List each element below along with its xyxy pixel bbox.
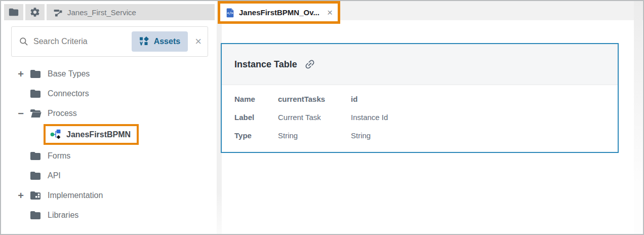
search-icon <box>19 36 29 47</box>
bpmn-process-icon <box>50 129 62 141</box>
asset-tree: + Base Types Connectors − <box>1 64 217 225</box>
search-box: Assets × <box>11 26 208 57</box>
tree-item-janesfirstbpmn[interactable]: JanesFirstBPMN <box>1 123 217 146</box>
instance-table-panel: Instance Table Name currentTasks id Labe… <box>221 43 619 153</box>
scrollbar-track[interactable] <box>634 1 642 234</box>
folder-icon <box>8 7 19 18</box>
expand-icon[interactable]: + <box>15 190 26 201</box>
folder-project-icon <box>29 189 42 202</box>
table-row: Label Current Task Instance Id <box>222 108 618 126</box>
tree-item-libraries[interactable]: Libraries <box>1 205 217 225</box>
svg-text:</>: </> <box>227 11 233 15</box>
service-flow-icon <box>53 8 63 17</box>
annotation-highlight-tree: JanesFirstBPMN <box>44 124 139 145</box>
close-tab-icon[interactable]: × <box>327 8 333 17</box>
clear-search-icon[interactable]: × <box>195 36 202 47</box>
gear-icon <box>29 7 41 18</box>
assets-icon <box>139 36 149 47</box>
settings-button[interactable] <box>25 4 45 20</box>
table-row: Type String String <box>222 126 618 144</box>
collapse-icon[interactable]: − <box>15 108 26 119</box>
search-input[interactable] <box>33 37 132 46</box>
service-tab-label: Janes_First_Service <box>67 8 136 17</box>
expand-icon[interactable]: + <box>15 69 26 79</box>
instance-table-header: Instance Table <box>222 44 618 85</box>
tree-item-api[interactable]: API <box>1 166 217 185</box>
tree-item-process[interactable]: − Process <box>1 103 217 123</box>
folder-icon <box>29 88 42 100</box>
folder-icon <box>29 68 42 80</box>
folder-button[interactable] <box>4 4 23 20</box>
folder-icon <box>29 150 42 162</box>
instance-table-title: Instance Table <box>234 59 297 70</box>
folder-icon <box>29 209 42 221</box>
instance-table-body: Name currentTasks id Label Current Task … <box>222 85 618 152</box>
editor-tab[interactable]: JanesFirstBPMN_Ov... <box>239 8 319 17</box>
editor-area: Instance Table Name currentTasks id Labe… <box>222 1 643 234</box>
annotation-highlight-tab: </> JanesFirstBPMN_Ov... × <box>218 1 340 24</box>
app-window: Janes_First_Service Asset <box>0 0 644 235</box>
assets-filter-label: Assets <box>154 37 180 46</box>
tree-item-connectors[interactable]: Connectors <box>1 84 217 103</box>
folder-open-icon <box>29 107 42 120</box>
service-tab[interactable]: Janes_First_Service <box>47 4 215 20</box>
tree-item-implementation[interactable]: + Implementation <box>1 185 217 205</box>
sidebar-toolbar: Janes_First_Service <box>4 4 215 20</box>
tree-item-forms[interactable]: Forms <box>1 146 217 166</box>
folder-icon <box>29 170 42 182</box>
link-icon[interactable] <box>304 58 316 70</box>
tree-item-base-types[interactable]: + Base Types <box>1 64 217 84</box>
table-row: Name currentTasks id <box>222 90 618 108</box>
assets-filter-chip[interactable]: Assets <box>132 31 188 52</box>
bpmn-file-icon: </> <box>226 8 234 18</box>
sidebar: Janes_First_Service Asset <box>1 1 217 234</box>
